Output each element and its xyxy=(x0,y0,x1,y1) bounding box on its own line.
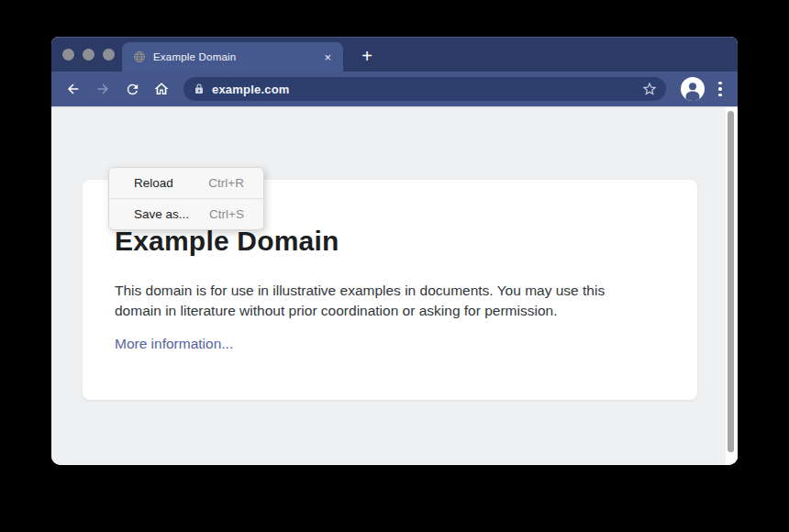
menu-item-shortcut: Ctrl+S xyxy=(209,207,244,221)
url-text: example.com xyxy=(212,83,634,96)
window-minimize-button[interactable] xyxy=(83,49,94,61)
browser-window: Example Domain × + xyxy=(51,37,738,465)
context-menu-item-save-as[interactable]: Save as... Ctrl+S xyxy=(109,199,263,229)
tab-close-icon[interactable]: × xyxy=(321,50,334,65)
context-menu-item-reload[interactable]: Reload Ctrl+R xyxy=(109,168,263,198)
arrow-left-icon xyxy=(65,81,82,97)
screenshot-stage: Example Domain × + xyxy=(0,0,789,532)
scrollbar-thumb[interactable] xyxy=(728,111,734,452)
context-menu: Reload Ctrl+R Save as... Ctrl+S xyxy=(108,167,264,230)
window-controls xyxy=(51,49,115,61)
window-maximize-button[interactable] xyxy=(103,49,115,61)
star-outline-icon[interactable] xyxy=(641,81,658,97)
menu-button[interactable] xyxy=(712,76,728,102)
profile-button[interactable] xyxy=(681,77,705,101)
lock-icon xyxy=(194,83,205,95)
address-bar[interactable]: example.com xyxy=(183,77,666,101)
new-tab-button[interactable]: + xyxy=(354,44,380,70)
tab-title: Example Domain xyxy=(153,51,314,62)
page-title: Example Domain xyxy=(115,226,662,257)
browser-tab[interactable]: Example Domain × xyxy=(122,42,343,72)
more-information-link[interactable]: More information... xyxy=(115,336,233,352)
menu-item-label: Save as... xyxy=(134,207,189,221)
globe-icon xyxy=(133,50,146,63)
page-viewport: Example Domain This domain is for use in… xyxy=(51,106,738,465)
page-body-text: This domain is for use in illustrative e… xyxy=(115,281,649,321)
navigation-toolbar: example.com xyxy=(51,72,738,106)
person-circle-icon xyxy=(681,77,705,101)
forward-button[interactable] xyxy=(90,76,116,102)
window-close-button[interactable] xyxy=(62,49,74,61)
scrollbar-track[interactable] xyxy=(726,107,738,465)
home-icon xyxy=(153,81,170,97)
back-button[interactable] xyxy=(61,76,86,102)
home-button[interactable] xyxy=(149,76,174,102)
menu-item-shortcut: Ctrl+R xyxy=(208,176,244,190)
kebab-vertical-icon xyxy=(718,82,722,85)
titlebar: Example Domain × + xyxy=(51,37,738,72)
reload-button[interactable] xyxy=(119,76,145,102)
reload-icon xyxy=(125,82,140,97)
menu-item-label: Reload xyxy=(134,176,173,190)
arrow-right-icon xyxy=(94,81,111,97)
